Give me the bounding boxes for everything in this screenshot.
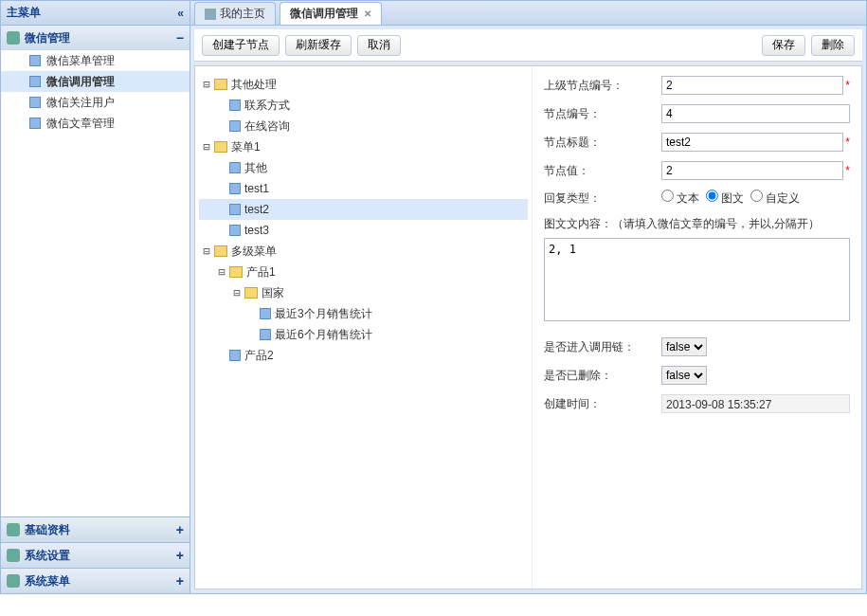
create-child-button[interactable]: 创建子节点 [202, 35, 280, 56]
imgtext-textarea[interactable] [544, 238, 850, 321]
acc-label: 系统设置 [25, 548, 70, 564]
acc-label: 微信管理 [25, 30, 70, 46]
required-icon: * [845, 164, 850, 177]
tree-panel: ⊟其他处理联系方式在线咨询⊟菜单1其他test1test2test3⊟多级菜单⊟… [195, 66, 533, 589]
deleted-select[interactable]: falsetrue [661, 366, 707, 385]
folder-icon [214, 245, 227, 257]
tree-node[interactable]: test3 [199, 220, 528, 241]
home-icon [205, 9, 216, 20]
title-input[interactable] [661, 133, 843, 152]
acc-label: 系统菜单 [25, 573, 70, 589]
parent-code-input[interactable] [661, 76, 843, 95]
tree-node[interactable]: 其他 [199, 157, 528, 178]
tabs: 我的主页 微信调用管理 ✕ [190, 1, 866, 26]
collapse-icon[interactable]: ⊟ [199, 245, 214, 258]
acc-head-sysmenu[interactable]: 系统菜单+ [1, 569, 190, 593]
tree-label: 在线咨询 [244, 118, 290, 135]
tree-label: 其他处理 [231, 77, 277, 93]
tab-label: 微信调用管理 [290, 6, 358, 22]
code-label: 节点编号： [544, 106, 661, 122]
tree-label: 其他 [244, 160, 267, 176]
module-icon [7, 574, 20, 588]
folder-icon [214, 141, 227, 153]
collapse-icon[interactable]: ⊟ [214, 265, 229, 279]
tree-label: 最近3个月销售统计 [275, 306, 372, 322]
tree-node[interactable]: 联系方式 [199, 95, 528, 116]
tree-node[interactable]: ⊟多级菜单 [199, 241, 528, 262]
tree-node[interactable]: ⊟其他处理 [199, 74, 528, 95]
module-icon [7, 31, 20, 45]
sidebar-collapse-icon[interactable]: « [177, 7, 184, 20]
page-icon [260, 308, 271, 319]
module-icon [7, 549, 20, 562]
folder-icon [229, 266, 243, 278]
page-icon [229, 162, 241, 173]
in-chain-label: 是否进入调用链： [544, 339, 661, 355]
save-button[interactable]: 保存 [762, 35, 805, 56]
page-icon [229, 100, 241, 111]
in-chain-select[interactable]: falsetrue [661, 337, 707, 356]
tree-node[interactable]: ⊟菜单1 [199, 136, 528, 157]
reply-type-label: 回复类型： [544, 190, 661, 207]
tree-node[interactable]: 在线咨询 [199, 116, 528, 136]
plus-icon: + [176, 548, 184, 563]
page-icon [29, 55, 41, 66]
nav-item[interactable]: 微信文章管理 [1, 113, 190, 134]
plus-icon: + [176, 522, 184, 537]
main: 我的主页 微信调用管理 ✕ 创建子节点 刷新缓存 取消 保存 删除 ⊟其他处理联… [190, 1, 866, 593]
value-input[interactable] [661, 161, 843, 180]
tree-node[interactable]: test2 [199, 199, 528, 220]
tree-label: 产品2 [244, 348, 274, 364]
tree-node[interactable]: 最近3个月销售统计 [199, 303, 528, 324]
tree-node[interactable]: 产品2 [199, 345, 528, 366]
page-icon [229, 120, 241, 132]
reply-custom-radio[interactable]: 自定义 [750, 190, 800, 207]
form-panel: 上级节点编号：* 节点编号： 节点标题：* 节点值：* 回复类型： 文本 图文 … [533, 66, 861, 589]
page-icon [229, 350, 241, 361]
tree-node[interactable]: ⊟产品1 [199, 262, 528, 282]
tree-node[interactable]: test1 [199, 178, 528, 199]
created-value: 2013-09-08 15:35:27 [661, 394, 850, 413]
acc-head-settings[interactable]: 系统设置+ [1, 543, 190, 568]
sidebar-header: 主菜单 « [1, 1, 190, 26]
tree-node[interactable]: 最近6个月销售统计 [199, 324, 528, 345]
parent-code-label: 上级节点编号： [544, 78, 661, 94]
reply-imgtext-radio[interactable]: 图文 [706, 190, 744, 207]
acc-label: 基础资料 [25, 522, 70, 538]
collapse-icon[interactable]: ⊟ [199, 140, 214, 154]
acc-head-wechat[interactable]: 微信管理 − [1, 26, 190, 50]
collapse-icon[interactable]: ⊟ [229, 286, 244, 299]
plus-icon: + [176, 573, 184, 589]
tree-label: 产品1 [246, 264, 276, 281]
value-label: 节点值： [544, 163, 661, 179]
sidebar-title: 主菜单 [7, 5, 41, 21]
module-icon [7, 523, 20, 536]
page-icon [229, 225, 241, 236]
tree-label: test2 [244, 203, 269, 216]
tab-wechat-call[interactable]: 微信调用管理 ✕ [280, 2, 382, 25]
refresh-cache-button[interactable]: 刷新缓存 [285, 35, 352, 56]
nav-item[interactable]: 微信关注用户 [1, 92, 190, 113]
folder-icon [214, 79, 227, 90]
page-icon [260, 329, 271, 340]
tree-label: test3 [244, 224, 269, 237]
page-icon [29, 76, 41, 87]
cancel-button[interactable]: 取消 [357, 35, 401, 56]
required-icon: * [845, 79, 850, 92]
tree-label: test1 [244, 182, 269, 195]
deleted-label: 是否已删除： [544, 368, 661, 384]
close-icon[interactable]: ✕ [364, 9, 371, 19]
delete-button[interactable]: 删除 [811, 35, 855, 56]
code-input[interactable] [661, 104, 850, 123]
nav-item[interactable]: 微信调用管理 [1, 71, 190, 92]
tree-node[interactable]: ⊟国家 [199, 282, 528, 303]
imgtext-label: 图文文内容：（请填入微信文章的编号，并以,分隔开） [544, 216, 850, 232]
tree-label: 多级菜单 [231, 244, 277, 260]
acc-head-basic[interactable]: 基础资料+ [1, 517, 190, 542]
nav-item[interactable]: 微信菜单管理 [1, 50, 190, 71]
sidebar: 主菜单 « 微信管理 − 微信菜单管理微信调用管理微信关注用户微信文章管理 基础… [1, 1, 190, 593]
collapse-icon[interactable]: ⊟ [199, 78, 214, 91]
tab-home[interactable]: 我的主页 [194, 2, 276, 25]
tree-label: 联系方式 [244, 98, 290, 114]
reply-text-radio[interactable]: 文本 [661, 190, 699, 207]
